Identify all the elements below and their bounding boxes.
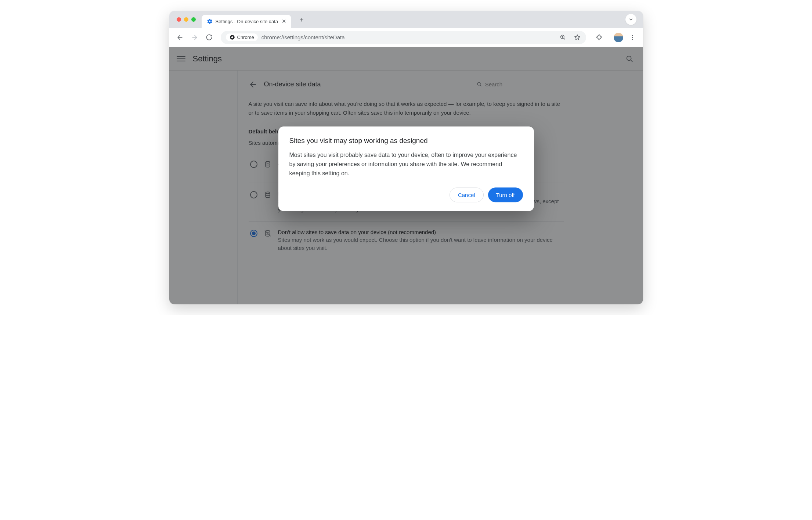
site-chip[interactable]: Chrome: [226, 33, 258, 41]
reload-button[interactable]: [203, 31, 216, 44]
zoom-icon[interactable]: [559, 34, 566, 41]
avatar-icon: [614, 33, 623, 42]
maximize-window-icon[interactable]: [191, 17, 196, 22]
turn-off-button[interactable]: Turn off: [488, 188, 523, 202]
svg-point-4: [632, 37, 633, 38]
toolbar-divider: [609, 33, 609, 42]
dots-vertical-icon: [629, 34, 636, 41]
window-controls[interactable]: [177, 17, 196, 22]
bookmark-star-icon[interactable]: [574, 34, 581, 41]
browser-tab[interactable]: Settings - On-device site data ✕: [202, 15, 292, 28]
svg-point-3: [632, 35, 633, 36]
settings-gear-icon: [207, 18, 213, 24]
cancel-button[interactable]: Cancel: [450, 188, 484, 202]
browser-toolbar: Chrome chrome://settings/content/siteDat…: [169, 28, 643, 47]
url-text: chrome://settings/content/siteData: [261, 34, 345, 40]
arrow-left-icon: [176, 34, 184, 41]
new-tab-button[interactable]: ＋: [296, 14, 307, 25]
nav-forward-button: [188, 31, 201, 44]
tab-strip: Settings - On-device site data ✕ ＋: [169, 11, 643, 28]
chrome-logo-icon: [230, 35, 235, 40]
site-chip-label: Chrome: [237, 35, 254, 40]
extensions-button[interactable]: [593, 31, 606, 44]
arrow-right-icon: [191, 34, 198, 41]
close-window-icon[interactable]: [177, 17, 181, 22]
svg-point-1: [231, 36, 233, 38]
tab-list-dropdown[interactable]: [625, 14, 636, 25]
tab-title: Settings - On-device site data: [216, 19, 278, 24]
minimize-window-icon[interactable]: [184, 17, 188, 22]
nav-back-button[interactable]: [174, 31, 186, 44]
dialog-body: Most sites you visit probably save data …: [289, 151, 523, 178]
chevron-down-icon: [628, 17, 634, 22]
address-bar[interactable]: Chrome chrome://settings/content/siteDat…: [221, 31, 586, 44]
reload-icon: [206, 34, 213, 41]
browser-window: Settings - On-device site data ✕ ＋ Chrom…: [169, 11, 643, 304]
puzzle-icon: [596, 34, 603, 41]
chrome-menu-button[interactable]: [626, 31, 639, 44]
close-tab-icon[interactable]: ✕: [281, 18, 287, 24]
profile-avatar[interactable]: [612, 31, 625, 44]
svg-point-5: [632, 39, 633, 40]
confirm-dialog: Sites you visit may stop working as desi…: [278, 126, 534, 211]
dialog-title: Sites you visit may stop working as desi…: [289, 137, 523, 145]
